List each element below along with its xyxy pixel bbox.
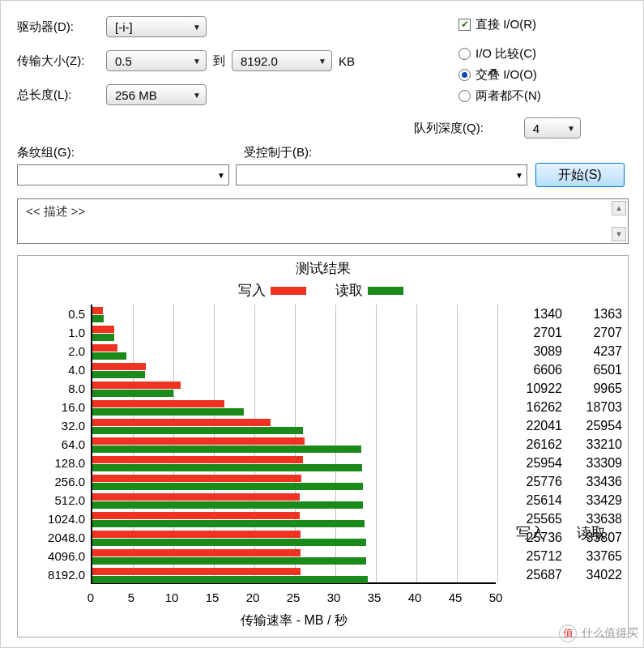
chevron-down-icon: ▼: [515, 171, 523, 180]
transfer-to-value: 8192.0: [241, 54, 278, 68]
bar-write: [92, 531, 301, 538]
transfer-from-select[interactable]: 0.5 ▼: [106, 50, 207, 71]
data-read: 6501: [575, 363, 622, 377]
chevron-down-icon: ▼: [318, 57, 326, 66]
start-button[interactable]: 开始(S): [535, 163, 625, 187]
bar-write: [92, 382, 181, 389]
kb-label: KB: [332, 54, 355, 68]
chevron-down-icon: ▼: [193, 57, 201, 66]
bar-write: [92, 307, 103, 314]
transfer-from-value: 0.5: [115, 54, 132, 68]
transfer-to-label: 到: [207, 53, 232, 69]
overlap-io-radio[interactable]: 交叠 I/O(O): [458, 64, 541, 85]
y-tick: 0.5: [20, 307, 85, 321]
legend-read-label: 读取: [335, 283, 363, 298]
x-tick: 25: [287, 590, 301, 604]
drive-value: [-i-]: [115, 20, 133, 34]
bound-combo[interactable]: ▼: [236, 164, 527, 185]
stripe-combo[interactable]: ▼: [17, 164, 229, 185]
data-read: 33436: [575, 475, 622, 489]
data-write: 2701: [515, 326, 562, 340]
data-read: 33638: [575, 512, 622, 526]
description-box[interactable]: << 描述 >> ▲ ▼: [17, 198, 629, 244]
x-tick: 20: [246, 590, 260, 604]
gridline: [416, 305, 417, 582]
bar-write: [92, 512, 300, 519]
y-tick: 32.0: [20, 419, 85, 433]
data-write: 25954: [515, 456, 562, 471]
x-tick: 50: [489, 590, 503, 604]
direct-io-label: 直接 I/O(R): [476, 17, 536, 32]
chart-panel: 测试结果 写入 读取 传输速率 - MB / 秒 写入 读取 051015202…: [17, 255, 629, 637]
scroll-up-icon[interactable]: ▲: [612, 201, 626, 215]
data-read: 33309: [575, 456, 622, 471]
data-write: 22041: [515, 419, 562, 433]
direct-io-checkbox[interactable]: 直接 I/O(R): [458, 14, 541, 35]
bar-read: [92, 352, 126, 360]
x-tick: 30: [327, 590, 341, 604]
bar-read: [92, 315, 104, 322]
y-tick: 2048.0: [20, 531, 85, 544]
bound-label: 受控制于(B):: [244, 145, 312, 160]
bar-write: [92, 363, 146, 370]
watermark-badge-icon: 值: [559, 625, 577, 642]
chevron-down-icon: ▼: [217, 171, 225, 180]
y-tick: 1.0: [20, 326, 85, 339]
radio-icon: [458, 69, 471, 81]
x-tick: 0: [87, 590, 94, 604]
stripe-label: 条纹组(G):: [17, 145, 75, 160]
y-tick: 8.0: [20, 382, 85, 395]
data-write: 10922: [515, 382, 562, 396]
gridline: [376, 305, 377, 582]
io-compare-radio[interactable]: I/O 比较(C): [458, 43, 541, 64]
bar-write: [92, 419, 271, 426]
scroll-down-icon[interactable]: ▼: [612, 227, 626, 241]
bar-read: [92, 408, 244, 416]
x-axis-label: 传输速率 - MB / 秒: [92, 612, 496, 629]
x-tick: 40: [408, 590, 422, 604]
description-text: << 描述 >>: [18, 199, 628, 224]
y-tick: 8192.0: [20, 568, 85, 582]
data-write: 25712: [515, 549, 562, 564]
data-write: 25776: [515, 475, 562, 489]
watermark-text: 什么值得买: [582, 626, 638, 641]
bar-write: [92, 493, 300, 501]
bar-read: [92, 483, 363, 490]
data-read: 33807: [575, 531, 622, 545]
chevron-down-icon: ▼: [193, 23, 201, 32]
data-write: 25565: [515, 512, 562, 526]
data-read: 33429: [575, 493, 622, 508]
data-write: 25736: [515, 531, 562, 545]
bar-write: [92, 568, 301, 575]
watermark: 值 什么值得买: [559, 625, 638, 642]
data-read: 2707: [575, 326, 622, 340]
y-tick: 16.0: [20, 400, 85, 414]
chart-title: 测试结果: [18, 256, 628, 278]
radio-icon: [458, 90, 471, 102]
legend-write-swatch: [271, 287, 306, 295]
length-select[interactable]: 256 MB ▼: [106, 84, 207, 105]
data-write: 1340: [515, 307, 562, 322]
drive-label: 驱动器(D):: [1, 19, 106, 35]
radio-icon: [458, 48, 471, 60]
bar-read: [92, 371, 145, 378]
bar-read: [92, 427, 303, 434]
neither-radio[interactable]: 两者都不(N): [458, 85, 541, 106]
x-tick: 45: [449, 590, 463, 604]
drive-select[interactable]: [-i-] ▼: [106, 16, 207, 37]
y-tick: 128.0: [20, 456, 85, 470]
x-tick: 35: [368, 590, 382, 604]
transfer-to-select[interactable]: 8192.0 ▼: [232, 50, 332, 71]
legend-read-swatch: [368, 287, 403, 295]
data-read: 25954: [575, 419, 622, 433]
gridline: [497, 305, 498, 582]
chevron-down-icon: ▼: [193, 91, 201, 100]
bar-read: [92, 520, 365, 527]
neither-label: 两者都不(N): [476, 88, 541, 104]
length-value: 256 MB: [115, 88, 157, 102]
y-tick: 1024.0: [20, 512, 85, 526]
bar-write: [92, 456, 303, 463]
bar-write: [92, 475, 301, 482]
queue-depth-select[interactable]: 4 ▼: [524, 117, 581, 139]
bar-write: [92, 344, 117, 352]
